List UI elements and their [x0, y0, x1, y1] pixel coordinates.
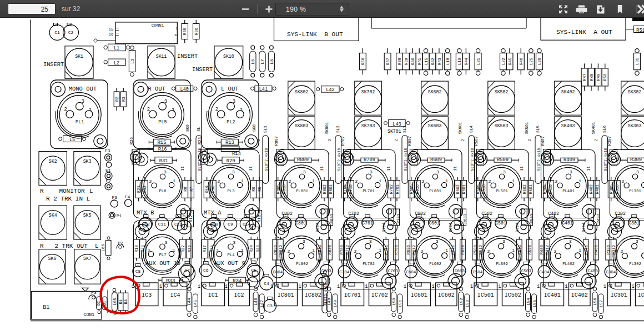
svg-text:3: 3 [164, 98, 168, 104]
svg-text:2: 2 [149, 178, 152, 183]
svg-text:CON1: CON1 [84, 312, 95, 317]
svg-text:PL402: PL402 [562, 261, 575, 266]
svg-text:R405: R405 [542, 184, 547, 193]
svg-text:R404: R404 [582, 222, 586, 232]
svg-text:3: 3 [303, 169, 306, 174]
svg-text:L22: L22 [501, 58, 506, 65]
svg-text:C701: C701 [362, 221, 373, 226]
svg-text:C5: C5 [251, 267, 256, 272]
svg-text:1: 1 [225, 283, 228, 289]
svg-text:L53: L53 [465, 300, 470, 307]
svg-text:L54: L54 [526, 298, 531, 305]
svg-text:R502: R502 [522, 184, 527, 193]
svg-text:P3: P3 [91, 289, 97, 294]
svg-text:L8: L8 [270, 59, 274, 64]
svg-text:AUX OUT 9: AUX OUT 9 [214, 260, 245, 267]
svg-text:IC302: IC302 [638, 292, 644, 298]
svg-text:3: 3 [164, 169, 167, 174]
svg-text:PL701: PL701 [363, 188, 375, 193]
svg-text:R509: R509 [497, 157, 509, 163]
svg-text:2: 2 [215, 106, 218, 112]
svg-text:R412: R412 [545, 244, 550, 254]
svg-text:C403: C403 [588, 268, 598, 273]
svg-text:R506: R506 [473, 244, 477, 254]
svg-text:3: 3 [636, 239, 638, 244]
svg-text:SK2: SK2 [49, 158, 57, 163]
svg-text:R804: R804 [315, 222, 320, 232]
svg-text:3: 3 [164, 239, 167, 244]
svg-text:SLOT2.4x18: SLOT2.4x18 [324, 283, 328, 306]
svg-text:SK501: SK501 [525, 122, 529, 134]
svg-text:1: 1 [172, 106, 175, 112]
svg-text:R505: R505 [476, 184, 480, 193]
svg-text:R15: R15 [158, 140, 167, 146]
svg-text:L51: L51 [398, 300, 402, 307]
svg-text:SK703: SK703 [361, 123, 375, 128]
svg-text:R411: R411 [584, 244, 588, 254]
svg-text:2 TRK OUT: 2 TRK OUT [54, 243, 88, 249]
svg-text:1: 1 [578, 178, 581, 183]
svg-text:L3: L3 [130, 58, 135, 64]
svg-text:R12: R12 [189, 215, 193, 222]
svg-text:IC701: IC701 [344, 292, 361, 298]
svg-text:PL702: PL702 [363, 261, 375, 266]
svg-text:2: 2 [355, 178, 358, 183]
svg-text:C3: C3 [267, 303, 273, 308]
svg-text:R809: R809 [297, 157, 309, 163]
svg-text:SL5: SL5 [536, 126, 540, 133]
svg-text:1: 1 [631, 283, 634, 289]
svg-text:1: 1 [565, 283, 567, 289]
svg-text:R6: R6 [251, 187, 256, 192]
svg-text:1: 1 [173, 178, 175, 183]
svg-text:SK601: SK601 [458, 122, 462, 134]
svg-text:CONN1: CONN1 [152, 23, 164, 28]
svg-text:2: 2 [421, 249, 424, 254]
svg-text:1: 1 [173, 248, 175, 253]
svg-text:R20: R20 [256, 245, 260, 252]
svg-text:IC301: IC301 [611, 292, 627, 298]
svg-text:C9: C9 [228, 221, 233, 226]
svg-text:R606: R606 [406, 244, 411, 254]
svg-text:SLOT2.4x18: SLOT2.4x18 [264, 148, 269, 171]
svg-text:PL7: PL7 [159, 252, 167, 257]
svg-text:SK10: SK10 [223, 53, 234, 58]
svg-text:IC4: IC4 [170, 292, 180, 298]
svg-text:3: 3 [570, 169, 572, 174]
svg-text:R611: R611 [451, 244, 455, 254]
svg-text:SL6: SL6 [602, 126, 607, 133]
svg-text:C301: C301 [628, 221, 640, 226]
svg-text:2: 2 [147, 106, 150, 112]
svg-text:R3: R3 [122, 96, 126, 102]
svg-text:L: L [89, 187, 93, 194]
svg-text:2: 2 [621, 178, 624, 183]
svg-text:1: 1 [198, 283, 200, 289]
svg-text:2: 2 [594, 139, 598, 141]
svg-text:L31: L31 [635, 58, 640, 65]
svg-text:C504: C504 [472, 269, 483, 274]
svg-text:R10: R10 [182, 215, 187, 222]
svg-text:PL5: PL5 [158, 119, 167, 124]
svg-text:1: 1 [603, 283, 606, 289]
svg-text:2: 2 [621, 249, 623, 254]
svg-text:SL4: SL4 [469, 126, 474, 133]
svg-text:L49: L49 [333, 300, 338, 307]
svg-text:C801: C801 [295, 221, 306, 226]
svg-text:L46: L46 [254, 298, 258, 305]
svg-text:3: 3 [369, 239, 372, 244]
svg-text:1: 1 [379, 178, 381, 183]
svg-text:R501: R501 [529, 184, 533, 193]
svg-text:E3: E3 [105, 148, 110, 153]
svg-text:R17: R17 [203, 245, 207, 252]
svg-text:R22: R22 [188, 245, 192, 252]
svg-text:L: L [95, 243, 99, 249]
svg-text:SK6: SK6 [48, 256, 57, 261]
svg-text:SK403: SK403 [561, 123, 575, 128]
svg-text:11: 11 [586, 166, 591, 171]
svg-text:SLOT2.4x18: SLOT2.4x18 [337, 148, 341, 171]
svg-text:L52: L52 [459, 298, 464, 305]
svg-text:1: 1 [498, 283, 501, 289]
svg-text:R7: R7 [189, 187, 194, 192]
svg-text:L6: L6 [251, 59, 255, 64]
svg-text:1: 1 [159, 283, 162, 289]
svg-text:1: 1 [445, 178, 448, 183]
